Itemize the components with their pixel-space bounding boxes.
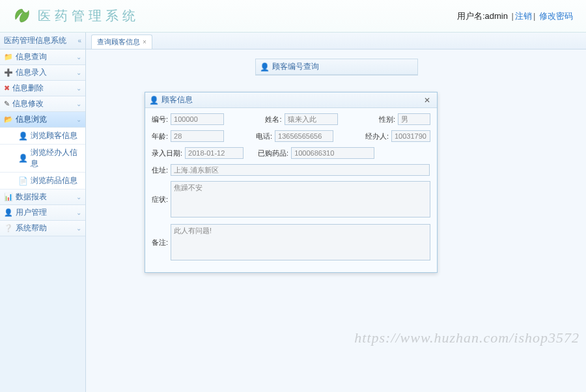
label-remark: 备注:	[152, 238, 168, 247]
user-area: 用户名:admin |注销| 修改密码	[457, 10, 573, 22]
chevron-down-icon: ⌄	[76, 69, 81, 76]
sidebar-item-label: 信息修改	[12, 99, 44, 108]
chevron-down-icon: ⌄	[76, 53, 81, 61]
label-id: 编号:	[152, 115, 168, 124]
sub-label: 浏览经办人信息	[31, 147, 81, 169]
label-age: 年龄:	[152, 132, 168, 141]
sidebar-item-label: 信息录入	[16, 68, 47, 77]
sub-label: 浏览顾客信息	[31, 130, 77, 141]
search-panel: 👤 顾客编号查询	[255, 59, 418, 76]
sidebar-item-2[interactable]: ✖信息删除⌄	[0, 81, 85, 96]
sub-label: 浏览药品信息	[31, 175, 77, 186]
chevron-down-icon: ⌄	[76, 116, 81, 123]
gender-field[interactable]	[398, 113, 430, 125]
sub-icon: 📄	[18, 176, 28, 186]
name-field[interactable]	[285, 113, 338, 125]
sidebar-item-0[interactable]: 📁信息查询⌄	[0, 49, 85, 65]
user-icon: 👤	[260, 63, 270, 72]
chevron-down-icon: ⌄	[76, 225, 81, 232]
phone-field[interactable]	[275, 130, 333, 142]
label-gender: 性别:	[379, 115, 395, 124]
user-label: 用户名:	[457, 11, 485, 21]
search-panel-head: 👤 顾客编号查询	[256, 59, 417, 75]
sidebar-item-7[interactable]: ❔系统帮助⌄	[0, 221, 85, 236]
sidebar-subitem-1[interactable]: 👤浏览经办人信息	[0, 145, 85, 173]
sidebar-item-label: 用户管理	[16, 208, 47, 217]
sidebar-root[interactable]: 医药管理信息系统 «	[0, 33, 85, 49]
sidebar-item-label: 信息查询	[16, 52, 47, 61]
sidebar-item-label: 信息浏览	[16, 115, 47, 124]
logout-link[interactable]: 注销	[515, 11, 532, 21]
app-title: 医药管理系统	[38, 7, 139, 25]
search-panel-title: 顾客编号查询	[272, 61, 319, 72]
sub-icon: 👤	[18, 154, 28, 163]
date-field[interactable]	[185, 147, 244, 159]
menu-icon: ➕	[4, 68, 13, 76]
sidebar-item-label: 数据报表	[16, 192, 47, 201]
label-date: 录入日期:	[152, 148, 182, 158]
sidebar-subitem-0[interactable]: 👤浏览顾客信息	[0, 128, 85, 145]
dialog-title: 顾客信息	[161, 94, 193, 105]
logo: 医药管理系统	[13, 7, 139, 25]
chevron-down-icon: ⌄	[76, 209, 81, 216]
tab-label: 查询顾客信息	[97, 37, 140, 47]
symptom-field[interactable]	[171, 181, 430, 217]
addr-field[interactable]	[171, 164, 430, 176]
label-drug: 已购药品:	[258, 148, 288, 158]
drug-field[interactable]	[291, 147, 374, 159]
sidebar: 医药管理信息系统 « 📁信息查询⌄➕信息录入⌄✖信息删除⌄✎信息修改⌄📂信息浏览…	[0, 33, 86, 392]
agent-field[interactable]	[391, 130, 430, 142]
changepw-link[interactable]: 修改密码	[539, 11, 573, 21]
age-field[interactable]	[171, 130, 224, 142]
tab-customer-query[interactable]: 查询顾客信息 ×	[91, 35, 152, 49]
sidebar-item-3[interactable]: ✎信息修改⌄	[0, 96, 85, 112]
sidebar-subitem-2[interactable]: 📄浏览药品信息	[0, 173, 85, 189]
menu-icon: 📁	[4, 53, 13, 61]
chevron-down-icon: ⌄	[76, 85, 81, 92]
user-name: admin	[485, 11, 508, 21]
label-agent: 经办人:	[365, 132, 389, 141]
chevron-down-icon: ⌄	[76, 100, 81, 107]
sidebar-item-6[interactable]: 👤用户管理⌄	[0, 205, 85, 221]
remark-field[interactable]	[171, 224, 430, 260]
menu-icon: 📊	[4, 193, 13, 201]
menu-icon: ❔	[4, 224, 13, 232]
sidebar-item-1[interactable]: ➕信息录入⌄	[0, 65, 85, 81]
tabstrip: 查询顾客信息 ×	[86, 33, 586, 49]
chevron-left-icon: «	[77, 37, 81, 44]
sidebar-item-4[interactable]: 📂信息浏览⌄	[0, 112, 85, 128]
menu-icon: 👤	[4, 208, 13, 216]
chevron-down-icon: ⌄	[76, 193, 81, 201]
customer-dialog: 👤顾客信息 ✕ 编号: 姓名: 性别: 年龄: 电话: 经办人: 录入日期:	[145, 92, 438, 273]
dialog-body: 编号: 姓名: 性别: 年龄: 电话: 经办人: 录入日期: 已购药品:	[145, 108, 437, 272]
label-addr: 住址:	[152, 165, 168, 175]
label-symptom: 症状:	[152, 195, 168, 204]
sidebar-item-label: 系统帮助	[16, 223, 47, 232]
sidebar-item-5[interactable]: 📊数据报表⌄	[0, 189, 85, 205]
close-icon[interactable]: ✕	[421, 96, 433, 105]
dialog-header[interactable]: 👤顾客信息 ✕	[145, 92, 437, 108]
sub-icon: 👤	[18, 132, 28, 141]
sidebar-item-label: 信息删除	[12, 83, 44, 92]
menu-icon: ✖	[4, 84, 10, 92]
leaf-icon	[13, 8, 33, 25]
sidebar-root-label: 医药管理信息系统	[4, 35, 66, 46]
label-phone: 电话:	[256, 132, 272, 141]
menu-icon: ✎	[4, 100, 10, 107]
tab-close-icon[interactable]: ×	[143, 38, 146, 46]
label-name: 姓名:	[265, 115, 281, 124]
user-icon: 👤	[149, 96, 159, 105]
header: 医药管理系统 用户名:admin |注销| 修改密码	[0, 0, 586, 33]
menu-icon: 📂	[4, 115, 13, 123]
id-field[interactable]	[171, 113, 224, 125]
